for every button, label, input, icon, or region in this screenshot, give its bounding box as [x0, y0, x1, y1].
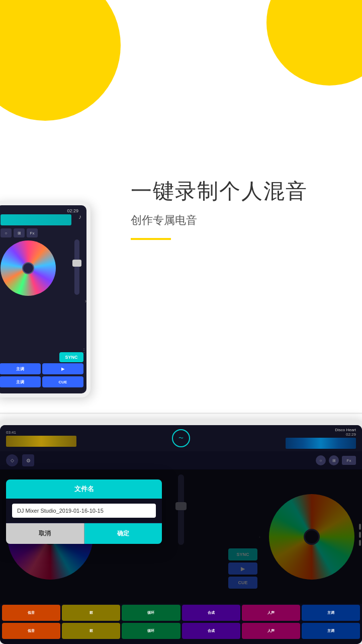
bt-controls-row: ◇ ⚙ ○ ⊞ Fx — [0, 451, 362, 469]
tt-note-icon: ♪ — [78, 213, 81, 220]
tt-ctrl-circle[interactable]: ○ — [1, 228, 12, 237]
bt-diamond-icon[interactable]: ◇ — [6, 454, 18, 466]
tt-btn-master2[interactable]: 主调 — [0, 376, 41, 387]
bt-pad-synth1[interactable]: 合成 — [182, 605, 240, 621]
tablet-bottom: 03:41 〜 Disco Heart 02:29 ◇ ⚙ ○ ⊞ Fx — [0, 420, 362, 644]
tt-btn-cue[interactable]: CUE — [42, 376, 83, 387]
tt-waveform — [1, 214, 71, 225]
tt-btn-row2: 主调 CUE — [0, 376, 83, 387]
tt-sync-button[interactable]: SYNC — [59, 352, 83, 362]
bt-pad-bass2[interactable]: 低音 — [2, 623, 60, 639]
tablet-top: 02:29 ♪ ○ ⊞ Fx › ⋮ SYNC 主调 ▶ 主调 C — [0, 201, 90, 397]
tablet-bottom-screen: 03:41 〜 Disco Heart 02:29 ◇ ⚙ ○ ⊞ Fx — [0, 425, 362, 644]
bt-pad-drum2[interactable]: 鼓 — [62, 623, 120, 639]
bt-left-time: 03:41 — [6, 430, 76, 435]
main-title: 一键录制个人混音 — [131, 179, 357, 204]
text-section: 一键录制个人混音 创作专属电音 — [131, 179, 357, 240]
dialog-input-row — [6, 499, 162, 523]
tt-time-display: 02:29 — [67, 208, 78, 213]
tt-arrow-right: › — [85, 298, 86, 304]
tt-btn-play[interactable]: ▶ — [42, 363, 83, 374]
dialog-filename-input[interactable] — [12, 504, 156, 518]
bt-pad-loop1[interactable]: 循环 — [122, 605, 180, 621]
bt-bottom-rows: 低音 鼓 循环 合成 人声 主调 低音 鼓 循环 合成 人声 主调 — [0, 604, 362, 644]
bt-ctrl-circle[interactable]: ○ — [316, 455, 326, 465]
bt-track-left: 03:41 — [6, 430, 76, 447]
tt-ctrl-eq[interactable]: ⊞ — [14, 228, 25, 237]
bt-center-icon: 〜 — [178, 435, 184, 442]
bt-pad-bass1[interactable]: 低音 — [2, 605, 60, 621]
tt-ctrl-fx[interactable]: Fx — [27, 228, 38, 237]
dialog-buttons: 取消 确定 — [6, 523, 162, 544]
tt-btn-master1[interactable]: 主调 — [0, 363, 41, 374]
yellow-line-divider — [131, 238, 171, 240]
bt-pad-loop2[interactable]: 循环 — [122, 623, 180, 639]
bt-btn-row-2: 低音 鼓 循环 合成 人声 主调 — [0, 622, 362, 640]
bt-pad-master1[interactable]: 主调 — [302, 605, 360, 621]
bt-right-time: 02:29 — [346, 432, 356, 437]
bt-waveform-left — [6, 436, 76, 447]
bt-pad-drum1[interactable]: 鼓 — [62, 605, 120, 621]
tt-fader-thumb — [72, 260, 81, 267]
blob-top-right — [266, 0, 362, 86]
sub-title: 创作专属电音 — [131, 213, 357, 228]
bt-controls-right: ○ ⊞ Fx — [316, 455, 356, 465]
bt-center-logo: 〜 — [172, 429, 190, 447]
bt-pad-vocal2[interactable]: 人声 — [242, 623, 300, 639]
tt-controls: ○ ⊞ Fx — [1, 228, 38, 237]
bt-btn-row-1: 低音 鼓 循环 合成 人声 主调 — [0, 604, 362, 622]
bt-pad-master2[interactable]: 主调 — [302, 623, 360, 639]
dialog-overlay: 文件名 取消 确定 — [0, 469, 362, 604]
tablet-top-screen: 02:29 ♪ ○ ⊞ Fx › ⋮ SYNC 主调 ▶ 主调 C — [0, 205, 86, 393]
dialog-confirm-button[interactable]: 确定 — [84, 523, 162, 544]
bt-pad-vocal1[interactable]: 人声 — [242, 605, 300, 621]
bt-waveform-right — [286, 438, 356, 449]
dialog-box: 文件名 取消 确定 — [6, 479, 162, 544]
tt-disc-center — [22, 262, 34, 274]
bt-header: 03:41 〜 Disco Heart 02:29 — [0, 425, 362, 451]
dialog-title: 文件名 — [6, 479, 162, 499]
blob-top-left — [0, 0, 121, 121]
tt-fader[interactable] — [74, 239, 79, 295]
bt-track-right: Disco Heart 02:29 — [286, 428, 356, 449]
tt-btn-row1: 主调 ▶ — [0, 363, 83, 374]
tt-disc[interactable] — [1, 240, 56, 296]
bt-track-name: Disco Heart — [335, 428, 356, 432]
bt-pad-synth2[interactable]: 合成 — [182, 623, 240, 639]
bt-ctrl-fx[interactable]: Fx — [342, 456, 356, 465]
dialog-cancel-button[interactable]: 取消 — [6, 523, 84, 544]
bt-ctrl-eq[interactable]: ⊞ — [329, 455, 339, 465]
section-divider — [0, 413, 362, 414]
bt-gear-icon[interactable]: ⚙ — [22, 454, 34, 466]
